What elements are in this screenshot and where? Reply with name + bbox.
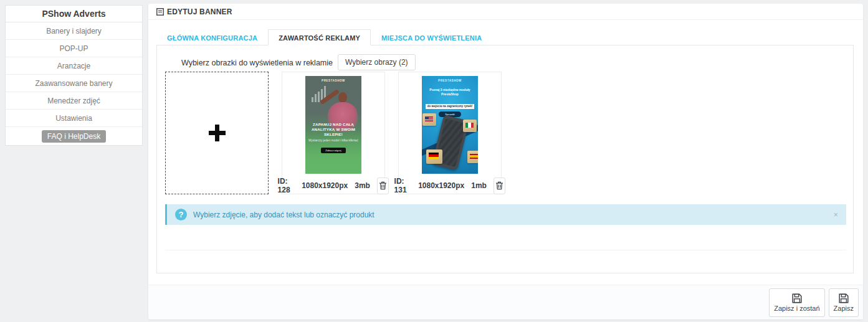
banner-logo: PRESTASHOW: [305, 79, 361, 82]
tab-content-ad-content: Wybierz obrazki do wyświetlenia w reklam…: [156, 45, 854, 273]
parcel-flag-germany: [426, 149, 442, 164]
selected-images-row: PRESTASHOW ZAPANUJ NAD CAŁĄ ANALITYKĄ W …: [165, 72, 502, 194]
save-and-stay-button[interactable]: Zapisz i zostań: [769, 288, 824, 317]
banner-thumbnail-131[interactable]: PRESTASHOW Poznaj 3 niezbędne moduły Pre…: [422, 76, 478, 174]
info-alert: ? Wybierz zdjęcie, aby dodać tekst lub o…: [165, 204, 846, 225]
image-size: 3mb: [355, 181, 370, 190]
banner-headline: Poznaj 3 niezbędne moduły PrestaShop: [424, 88, 476, 97]
delete-image-button[interactable]: [494, 178, 505, 194]
tab-miejsca-do-wyswietlenia[interactable]: MIEJSCA DO WYŚWIETLENIA: [371, 29, 492, 45]
parcel-flag-spain: [467, 151, 478, 163]
sidebar-faq-row: FAQ i HelpDesk: [6, 127, 142, 145]
tab-zawartosc-reklamy[interactable]: ZAWARTOŚĆ REKLAMY: [268, 29, 371, 45]
image-size: 1mb: [471, 181, 487, 190]
save-button[interactable]: Zapisz: [829, 288, 859, 317]
pshow-adverts-page: PShow Adverts Banery i slajdery POP-UP A…: [0, 0, 868, 322]
image-id: ID: 128: [278, 177, 295, 194]
save-label: Zapisz: [834, 305, 854, 312]
banner-person-decoration: [338, 92, 347, 103]
sidebar-item-pop-up[interactable]: POP-UP: [6, 40, 142, 57]
image-id: ID: 131: [394, 177, 412, 194]
image-meta-row: ID: 128 1080x1920px 3mb: [278, 177, 389, 194]
select-images-button[interactable]: Wybierz obrazy (2): [338, 54, 416, 70]
banner-text-block: ZAPANUJ NAD CAŁĄ ANALITYKĄ W SWOIM SKLEP…: [308, 122, 359, 154]
image-card-128: PRESTASHOW ZAPANUJ NAD CAŁĄ ANALITYKĄ W …: [282, 72, 385, 194]
select-images-label: Wybierz obrazki do wyświetlenia w reklam…: [157, 59, 333, 67]
save-and-stay-label: Zapisz i zostań: [774, 305, 819, 312]
delete-image-button[interactable]: [377, 178, 389, 194]
alert-text: Wybierz zdjęcie, aby dodać tekst lub ozn…: [193, 211, 374, 219]
banner-headline: ZAPANUJ NAD CAŁĄ ANALITYKĄ W SWOIM SKLEP…: [308, 122, 359, 137]
sidebar-item-aranzacje[interactable]: Aranżacje: [6, 57, 142, 75]
add-image-tile[interactable]: [165, 72, 269, 194]
image-dimensions: 1080x1920px: [302, 181, 348, 190]
sidebar-item-zaawansowane-banery[interactable]: Zaawansowane banery: [6, 75, 142, 92]
alert-close-icon[interactable]: ×: [833, 211, 838, 219]
trash-icon: [379, 181, 387, 190]
trash-icon: [495, 181, 503, 190]
image-card-131: PRESTASHOW Poznaj 3 niezbędne moduły Pre…: [398, 72, 502, 194]
sidebar-item-menedzer-zdjec[interactable]: Menedżer zdjęć: [6, 92, 142, 110]
save-icon: [792, 293, 802, 303]
content-divider: [165, 250, 846, 250]
panel-footer: Zapisz i zostań Zapisz: [148, 285, 863, 320]
question-icon: ?: [175, 209, 187, 220]
plus-icon: [209, 125, 226, 141]
save-icon: [839, 293, 849, 303]
faq-helpdesk-button[interactable]: FAQ i HelpDesk: [42, 130, 106, 143]
image-meta-row: ID: 131 1080x1920px 1mb: [394, 177, 506, 194]
sidebar-item-ustawienia[interactable]: Ustawienia: [6, 110, 142, 127]
edit-banner-panel: EDYTUJ BANNER GŁÓWNA KONFIGURACJA ZAWART…: [148, 4, 863, 320]
sidebar-item-banery-i-slajdery[interactable]: Banery i slajdery: [6, 22, 142, 40]
panel-header: EDYTUJ BANNER: [148, 4, 863, 20]
tab-bar: GŁÓWNA KONFIGURACJA ZAWARTOŚĆ REKLAMY MI…: [156, 29, 492, 45]
parcel-flag-us: [422, 113, 436, 126]
banner-logo: PRESTASHOW: [422, 79, 478, 82]
image-dimensions: 1080x1920px: [418, 181, 464, 190]
edit-banner-icon: [156, 8, 164, 16]
banner-cta-pill: Zobacz więcej: [321, 148, 345, 153]
banner-subline: Wystarczy jeden moduł i kilka kliknięć: [308, 139, 359, 143]
parcel-flag-italy: [463, 120, 477, 132]
module-sidebar: PShow Adverts Banery i slajdery POP-UP A…: [5, 5, 143, 146]
panel-title: EDYTUJ BANNER: [167, 7, 232, 16]
tab-glowna-konfiguracja[interactable]: GŁÓWNA KONFIGURACJA: [156, 29, 268, 45]
banner-thumbnail-128[interactable]: PRESTASHOW ZAPANUJ NAD CAŁĄ ANALITYKĄ W …: [305, 76, 361, 174]
sidebar-title: PShow Adverts: [6, 6, 142, 22]
